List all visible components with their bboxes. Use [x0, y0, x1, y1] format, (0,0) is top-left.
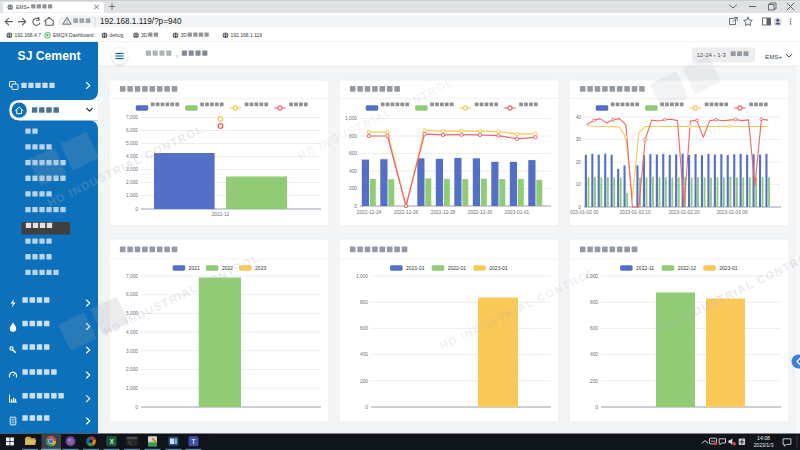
svg-text:400: 400 — [590, 352, 598, 357]
svg-text:14:08: 14:08 — [757, 435, 770, 441]
svg-text:2022-01: 2022-01 — [448, 265, 467, 271]
svg-text:1,000: 1,000 — [356, 274, 368, 279]
svg-text:6,000: 6,000 — [126, 292, 138, 297]
svg-text:2022-12: 2022-12 — [212, 212, 230, 217]
svg-text:800: 800 — [360, 300, 368, 305]
svg-text:2023-01: 2023-01 — [489, 265, 508, 271]
svg-text:600: 600 — [590, 326, 598, 331]
svg-text:2023: 2023 — [255, 265, 266, 271]
svg-text:0: 0 — [135, 207, 138, 212]
svg-text:200: 200 — [349, 186, 357, 191]
svg-text:2022-11: 2022-11 — [636, 265, 654, 271]
svg-text:2023-01-02 10: 2023-01-02 10 — [619, 210, 651, 215]
svg-text:2023-01-03 06: 2023-01-03 06 — [716, 210, 748, 215]
svg-text:SJ Cement: SJ Cement — [18, 49, 81, 63]
svg-text:40: 40 — [576, 115, 582, 120]
svg-text:7,000: 7,000 — [126, 115, 138, 120]
svg-text:1,000: 1,000 — [345, 116, 357, 121]
svg-text:2022-12-28: 2022-12-28 — [431, 210, 456, 215]
svg-text:192.168.4.7: 192.168.4.7 — [15, 32, 42, 38]
svg-text:1,000: 1,000 — [126, 193, 138, 198]
svg-text:3,000: 3,000 — [126, 349, 138, 354]
svg-text:2021-01: 2021-01 — [406, 265, 425, 271]
svg-text:2,000: 2,000 — [126, 367, 138, 372]
svg-text:0: 0 — [135, 405, 138, 410]
svg-text:2022-12-30: 2022-12-30 — [468, 210, 493, 215]
svg-text:EMQX Dashboard: EMQX Dashboard — [53, 32, 94, 38]
svg-text:200: 200 — [360, 379, 368, 384]
svg-text:023-01-02 00: 023-01-02 00 — [570, 210, 599, 215]
svg-text:3D: 3D — [181, 32, 188, 38]
svg-text:0: 0 — [595, 405, 598, 410]
svg-text:1,000: 1,000 — [126, 386, 138, 391]
svg-text:2023-01-01: 2023-01-01 — [505, 210, 530, 215]
svg-text:20: 20 — [576, 160, 582, 165]
svg-text:30: 30 — [576, 137, 582, 142]
svg-text:2023-01-02 20: 2023-01-02 20 — [668, 210, 700, 215]
svg-text:2,000: 2,000 — [126, 180, 138, 185]
svg-text:2022-12-26: 2022-12-26 — [394, 210, 419, 215]
svg-text:2022-12-24: 2022-12-24 — [357, 210, 382, 215]
svg-text:6,000: 6,000 — [126, 128, 138, 133]
svg-text:3D: 3D — [141, 32, 148, 38]
svg-text:192.168.1.119/?p=940: 192.168.1.119/?p=940 — [100, 17, 182, 26]
svg-text:2022-12: 2022-12 — [678, 265, 697, 271]
svg-text:192.168.1.119: 192.168.1.119 — [231, 32, 263, 38]
svg-text:2023/1/3: 2023/1/3 — [753, 442, 773, 448]
svg-text:0: 0 — [354, 204, 357, 209]
svg-text:2023-01: 2023-01 — [719, 265, 738, 271]
svg-text:EMS+: EMS+ — [16, 4, 30, 10]
svg-text:7,000: 7,000 — [126, 274, 138, 279]
svg-text:EMS+: EMS+ — [765, 53, 782, 60]
svg-text:600: 600 — [349, 151, 357, 156]
svg-text:›: › — [176, 53, 178, 60]
svg-text:0: 0 — [365, 405, 368, 410]
svg-text:10: 10 — [576, 182, 582, 187]
svg-text:800: 800 — [590, 300, 598, 305]
svg-text:400: 400 — [360, 352, 368, 357]
svg-text:debug: debug — [110, 32, 124, 38]
svg-text:400: 400 — [349, 169, 357, 174]
svg-text:12-24 › 1-3: 12-24 › 1-3 — [697, 52, 727, 58]
svg-text:2021: 2021 — [189, 265, 200, 271]
svg-text:600: 600 — [360, 326, 368, 331]
svg-text:5,000: 5,000 — [126, 141, 138, 146]
svg-text:4,000: 4,000 — [126, 330, 138, 335]
svg-text:200: 200 — [590, 379, 598, 384]
